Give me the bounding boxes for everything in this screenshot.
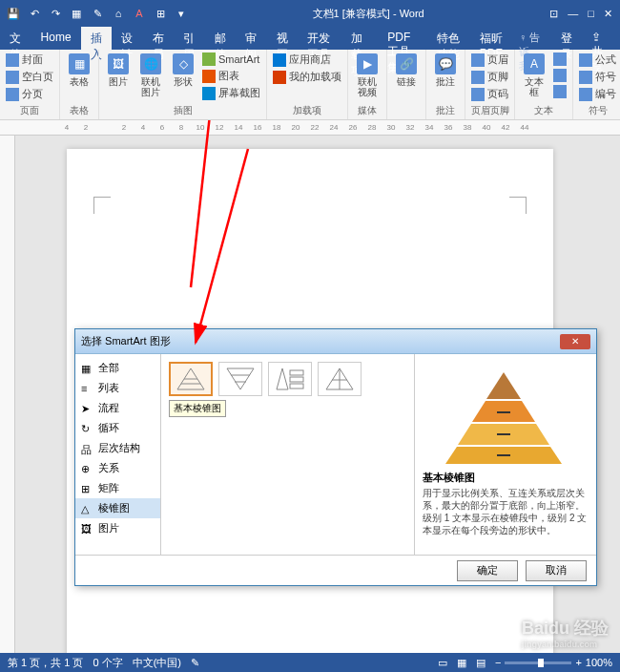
qat-icon[interactable]: ▦ (69, 6, 84, 21)
tab-file[interactable]: 文件 (0, 27, 31, 50)
cat-matrix[interactable]: ⊞矩阵 (75, 478, 160, 498)
horizontal-ruler[interactable]: 4224681012141618202224262830323436384042… (0, 120, 620, 136)
cat-list[interactable]: ≡列表 (75, 378, 160, 398)
thumbnail-grid: 基本棱锥图 (161, 354, 415, 555)
group-label: 插图 (103, 102, 262, 117)
number-button[interactable]: 编号 (577, 86, 618, 102)
qat-icon[interactable]: A (132, 6, 147, 21)
dialog-titlebar[interactable]: 选择 SmartArt 图形 ✕ (75, 329, 596, 354)
tab-mailings[interactable]: 邮件 (205, 27, 237, 50)
close-icon[interactable]: ✕ (560, 334, 590, 349)
online-pictures-button[interactable]: 🌐联机图片 (135, 52, 166, 99)
dialog-title: 选择 SmartArt 图形 (81, 334, 560, 348)
word-count[interactable]: 0 个字 (93, 656, 122, 670)
web-layout-icon[interactable]: ▤ (476, 657, 486, 669)
tab-review[interactable]: 审阅 (236, 27, 267, 50)
cat-pyramid[interactable]: △棱锥图 (75, 498, 160, 518)
ok-button[interactable]: 确定 (457, 560, 518, 581)
tab-pdftools[interactable]: PDF工具集 (378, 27, 426, 50)
tab-special[interactable]: 特色功能 (427, 27, 470, 50)
header-button[interactable]: 页眉 (469, 52, 510, 68)
dialog-footer: 确定 取消 (75, 555, 596, 585)
table-button[interactable]: ▦表格 (64, 52, 94, 89)
save-icon[interactable]: 💾 (6, 6, 21, 21)
group-header-footer: 页眉 页脚 页码 页眉页脚 (465, 50, 515, 119)
ribbon: 封面 空白页 分页 页面 ▦表格 表格 🖼图片 🌐联机图片 ◇形状 SmartA… (0, 50, 620, 120)
qat-icon[interactable]: ⊞ (153, 6, 168, 21)
cover-page-button[interactable]: 封面 (4, 52, 55, 68)
thumb-segmented-pyramid[interactable] (318, 362, 362, 396)
footer-button[interactable]: 页脚 (469, 69, 510, 85)
cat-all[interactable]: ▦全部 (75, 358, 160, 378)
vertical-ruler[interactable] (0, 136, 15, 653)
pictures-button[interactable]: 🖼图片 (103, 52, 134, 89)
cat-relationship[interactable]: ⊕关系 (75, 458, 160, 478)
tab-addins[interactable]: 加载项 (341, 27, 379, 50)
cat-cycle[interactable]: ↻循环 (75, 418, 160, 438)
shapes-button[interactable]: ◇形状 (168, 52, 198, 89)
minimize-icon[interactable]: — (568, 8, 578, 20)
tab-design[interactable]: 设计 (112, 27, 143, 50)
zoom-slider[interactable] (505, 662, 571, 664)
textbox-button[interactable]: A文本框 (519, 52, 549, 99)
tab-view[interactable]: 视图 (267, 27, 299, 50)
page-break-button[interactable]: 分页 (4, 86, 55, 102)
wordart-button[interactable] (551, 68, 568, 83)
quick-access-toolbar: 💾 ↶ ↷ ▦ ✎ ⌂ A ⊞ ▾ (0, 6, 195, 21)
blank-page-button[interactable]: 空白页 (4, 69, 55, 85)
dropcap-button[interactable] (551, 84, 568, 99)
cat-hierarchy[interactable]: 品层次结构 (75, 438, 160, 458)
group-label: 页面 (4, 102, 55, 117)
ribbon-tabs: 文件 Home 插入 设计 布局 引用 邮件 审阅 视图 开发工具 加载项 PD… (0, 27, 620, 50)
svg-rect-7 (290, 370, 303, 375)
tab-insert[interactable]: 插入 (81, 27, 113, 50)
read-mode-icon[interactable]: ▭ (438, 657, 447, 669)
zoom-in-icon[interactable]: + (575, 657, 581, 668)
thumb-inverted-pyramid[interactable] (218, 362, 262, 396)
equation-button[interactable]: 公式 (577, 52, 618, 68)
tab-references[interactable]: 引用 (174, 27, 205, 50)
my-addins-button[interactable]: 我的加载项 (271, 69, 343, 85)
cancel-button[interactable]: 取消 (526, 560, 587, 581)
ribbon-options-icon[interactable]: ⊡ (549, 8, 558, 20)
share-button[interactable]: ⇪ 共享 (582, 27, 620, 50)
zoom-level[interactable]: 100% (586, 657, 612, 668)
track-changes-icon[interactable]: ✎ (191, 657, 199, 669)
preview-description: 用于显示比例关系、互连关系或层次关系，最大的部分置于底部，向上渐窄。级别 1 文… (423, 487, 589, 536)
screenshot-button[interactable]: 屏幕截图 (200, 85, 262, 101)
window-title: 文档1 [兼容模式] - Word (195, 7, 542, 21)
symbol-button[interactable]: 符号 (577, 69, 618, 85)
smartart-button[interactable]: SmartArt (200, 52, 262, 67)
online-video-button[interactable]: ▶联机视频 (352, 52, 382, 99)
qat-icon[interactable]: ✎ (90, 6, 105, 21)
thumb-basic-pyramid[interactable] (169, 362, 213, 396)
thumb-pyramid-list[interactable] (268, 362, 312, 396)
chart-button[interactable]: 图表 (200, 68, 262, 84)
print-layout-icon[interactable]: ▦ (457, 657, 466, 669)
svg-marker-3 (227, 368, 254, 389)
qat-icon[interactable]: ⌂ (111, 6, 126, 21)
undo-icon[interactable]: ↶ (27, 6, 42, 21)
login-button[interactable]: 登录 (551, 27, 583, 50)
qat-icon[interactable]: ▾ (174, 6, 189, 21)
quickparts-button[interactable] (551, 52, 568, 67)
zoom-control[interactable]: − + 100% (495, 657, 612, 668)
language[interactable]: 中文(中国) (133, 656, 181, 670)
tab-layout[interactable]: 布局 (143, 27, 175, 50)
tab-foxit[interactable]: 福昕PDF (470, 27, 513, 50)
cat-picture[interactable]: 🖼图片 (75, 518, 160, 538)
comment-button[interactable]: 💬批注 (430, 52, 461, 89)
cat-process[interactable]: ➤流程 (75, 398, 160, 418)
close-icon[interactable]: ✕ (604, 8, 612, 20)
maximize-icon[interactable]: □ (588, 8, 594, 20)
tell-me[interactable]: ♀ 告诉我... (513, 27, 551, 50)
group-comments: 💬批注 批注 (426, 50, 465, 119)
redo-icon[interactable]: ↷ (48, 6, 63, 21)
page-count[interactable]: 第 1 页，共 1 页 (8, 656, 83, 670)
zoom-out-icon[interactable]: − (495, 657, 501, 668)
links-button[interactable]: 🔗链接 (391, 52, 422, 89)
tab-home[interactable]: Home (31, 27, 81, 50)
tab-developer[interactable]: 开发工具 (298, 27, 341, 50)
page-number-button[interactable]: 页码 (469, 86, 510, 102)
store-button[interactable]: 应用商店 (271, 52, 343, 68)
